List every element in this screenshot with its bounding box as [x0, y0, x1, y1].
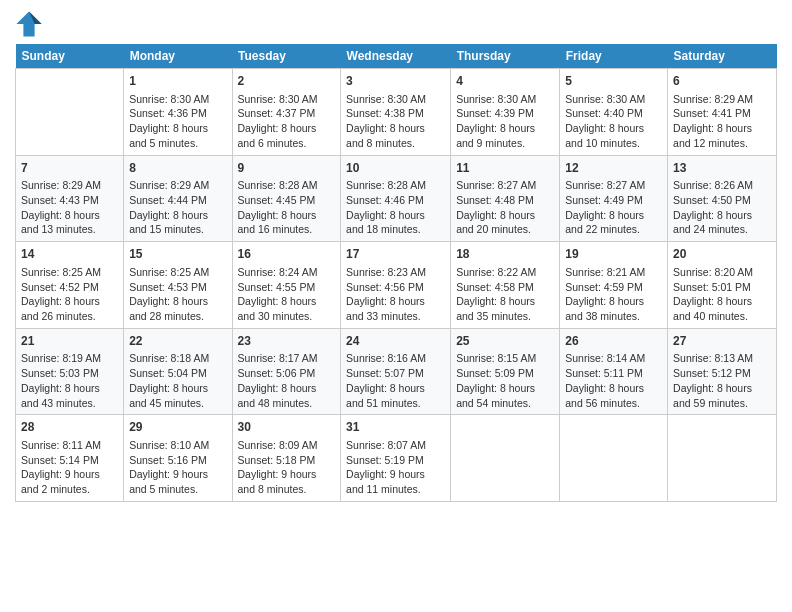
day-info-line: Sunset: 5:06 PM	[238, 366, 336, 381]
day-info-line: and 16 minutes.	[238, 222, 336, 237]
day-number: 22	[129, 333, 226, 350]
day-info-line: Sunset: 4:41 PM	[673, 106, 771, 121]
day-info-line: Sunrise: 8:14 AM	[565, 351, 662, 366]
day-number: 15	[129, 246, 226, 263]
day-info-line: and 22 minutes.	[565, 222, 662, 237]
day-info-line: and 56 minutes.	[565, 396, 662, 411]
day-header-monday: Monday	[124, 44, 232, 69]
day-number: 1	[129, 73, 226, 90]
day-info-line: and 9 minutes.	[456, 136, 554, 151]
calendar-cell: 26Sunrise: 8:14 AMSunset: 5:11 PMDayligh…	[560, 328, 668, 415]
day-info-line: and 15 minutes.	[129, 222, 226, 237]
day-info-line: Daylight: 8 hours	[238, 381, 336, 396]
day-info-line: Sunset: 5:09 PM	[456, 366, 554, 381]
day-info-line: and 20 minutes.	[456, 222, 554, 237]
day-info-line: Daylight: 8 hours	[673, 381, 771, 396]
calendar-cell: 25Sunrise: 8:15 AMSunset: 5:09 PMDayligh…	[451, 328, 560, 415]
week-row-2: 7Sunrise: 8:29 AMSunset: 4:43 PMDaylight…	[16, 155, 777, 242]
day-info-line: Sunset: 4:46 PM	[346, 193, 445, 208]
day-info-line: and 11 minutes.	[346, 482, 445, 497]
day-info-line: Daylight: 9 hours	[238, 467, 336, 482]
day-info-line: Sunrise: 8:17 AM	[238, 351, 336, 366]
day-info-line: Sunset: 4:40 PM	[565, 106, 662, 121]
calendar-cell	[560, 415, 668, 502]
day-header-saturday: Saturday	[668, 44, 777, 69]
logo	[15, 10, 47, 38]
day-info-line: Sunset: 5:19 PM	[346, 453, 445, 468]
day-number: 24	[346, 333, 445, 350]
day-info-line: Sunset: 4:45 PM	[238, 193, 336, 208]
calendar-cell: 12Sunrise: 8:27 AMSunset: 4:49 PMDayligh…	[560, 155, 668, 242]
day-info-line: Daylight: 8 hours	[129, 381, 226, 396]
day-info-line: Daylight: 8 hours	[456, 381, 554, 396]
day-info-line: and 33 minutes.	[346, 309, 445, 324]
day-info-line: Sunset: 5:16 PM	[129, 453, 226, 468]
day-info-line: Sunrise: 8:11 AM	[21, 438, 118, 453]
day-info-line: Daylight: 9 hours	[21, 467, 118, 482]
day-number: 2	[238, 73, 336, 90]
day-info-line: Daylight: 9 hours	[346, 467, 445, 482]
calendar-table: SundayMondayTuesdayWednesdayThursdayFrid…	[15, 44, 777, 502]
day-number: 5	[565, 73, 662, 90]
day-info-line: Sunset: 4:38 PM	[346, 106, 445, 121]
day-info-line: Daylight: 8 hours	[565, 121, 662, 136]
calendar-cell: 22Sunrise: 8:18 AMSunset: 5:04 PMDayligh…	[124, 328, 232, 415]
day-number: 9	[238, 160, 336, 177]
day-info-line: Sunset: 4:50 PM	[673, 193, 771, 208]
day-header-friday: Friday	[560, 44, 668, 69]
day-info-line: and 12 minutes.	[673, 136, 771, 151]
day-info-line: Daylight: 8 hours	[673, 121, 771, 136]
day-number: 18	[456, 246, 554, 263]
day-info-line: Daylight: 8 hours	[129, 121, 226, 136]
day-info-line: and 2 minutes.	[21, 482, 118, 497]
week-row-4: 21Sunrise: 8:19 AMSunset: 5:03 PMDayligh…	[16, 328, 777, 415]
calendar-cell: 18Sunrise: 8:22 AMSunset: 4:58 PMDayligh…	[451, 242, 560, 329]
day-info-line: Sunset: 5:01 PM	[673, 280, 771, 295]
day-info-line: Daylight: 8 hours	[129, 294, 226, 309]
day-info-line: Sunset: 4:49 PM	[565, 193, 662, 208]
day-info-line: and 54 minutes.	[456, 396, 554, 411]
day-number: 28	[21, 419, 118, 436]
calendar-cell: 21Sunrise: 8:19 AMSunset: 5:03 PMDayligh…	[16, 328, 124, 415]
day-number: 30	[238, 419, 336, 436]
day-info-line: Daylight: 8 hours	[238, 121, 336, 136]
day-info-line: Sunrise: 8:30 AM	[238, 92, 336, 107]
day-info-line: and 5 minutes.	[129, 482, 226, 497]
day-info-line: Sunrise: 8:24 AM	[238, 265, 336, 280]
day-info-line: Sunrise: 8:13 AM	[673, 351, 771, 366]
day-info-line: Sunrise: 8:28 AM	[346, 178, 445, 193]
day-info-line: and 24 minutes.	[673, 222, 771, 237]
day-info-line: Sunset: 5:07 PM	[346, 366, 445, 381]
day-header-wednesday: Wednesday	[341, 44, 451, 69]
day-info-line: Sunset: 5:14 PM	[21, 453, 118, 468]
day-info-line: Sunset: 5:03 PM	[21, 366, 118, 381]
day-info-line: and 28 minutes.	[129, 309, 226, 324]
day-info-line: Sunrise: 8:27 AM	[565, 178, 662, 193]
day-info-line: Sunrise: 8:30 AM	[565, 92, 662, 107]
day-info-line: and 10 minutes.	[565, 136, 662, 151]
day-number: 26	[565, 333, 662, 350]
page-container: SundayMondayTuesdayWednesdayThursdayFrid…	[0, 0, 792, 512]
week-row-1: 1Sunrise: 8:30 AMSunset: 4:36 PMDaylight…	[16, 69, 777, 156]
day-number: 7	[21, 160, 118, 177]
day-header-tuesday: Tuesday	[232, 44, 341, 69]
days-header-row: SundayMondayTuesdayWednesdayThursdayFrid…	[16, 44, 777, 69]
day-info-line: and 43 minutes.	[21, 396, 118, 411]
day-number: 12	[565, 160, 662, 177]
calendar-cell: 3Sunrise: 8:30 AMSunset: 4:38 PMDaylight…	[341, 69, 451, 156]
day-info-line: Daylight: 8 hours	[21, 381, 118, 396]
header	[15, 10, 777, 38]
day-info-line: and 8 minutes.	[238, 482, 336, 497]
day-number: 6	[673, 73, 771, 90]
day-info-line: and 40 minutes.	[673, 309, 771, 324]
calendar-cell: 10Sunrise: 8:28 AMSunset: 4:46 PMDayligh…	[341, 155, 451, 242]
day-info-line: Daylight: 8 hours	[238, 208, 336, 223]
week-row-5: 28Sunrise: 8:11 AMSunset: 5:14 PMDayligh…	[16, 415, 777, 502]
day-info-line: Sunset: 4:59 PM	[565, 280, 662, 295]
day-number: 4	[456, 73, 554, 90]
calendar-cell: 23Sunrise: 8:17 AMSunset: 5:06 PMDayligh…	[232, 328, 341, 415]
calendar-cell: 8Sunrise: 8:29 AMSunset: 4:44 PMDaylight…	[124, 155, 232, 242]
calendar-cell: 30Sunrise: 8:09 AMSunset: 5:18 PMDayligh…	[232, 415, 341, 502]
day-info-line: Daylight: 8 hours	[673, 294, 771, 309]
calendar-cell: 19Sunrise: 8:21 AMSunset: 4:59 PMDayligh…	[560, 242, 668, 329]
